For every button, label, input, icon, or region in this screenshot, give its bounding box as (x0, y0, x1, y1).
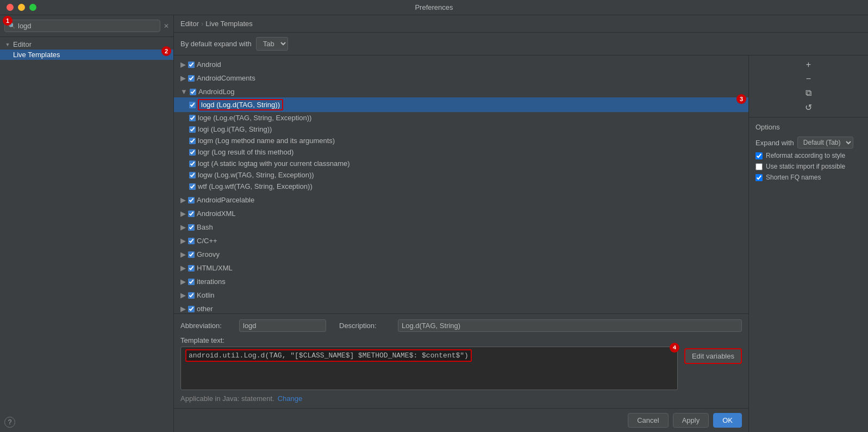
sidebar-item-live-templates[interactable]: Live Templates 2 (0, 50, 173, 60)
reformat-label: Reformat according to style (766, 152, 845, 159)
annotation-badge-2: 2 (161, 46, 171, 56)
abbrev-desc-row: Abbreviation: Description: (180, 319, 742, 332)
group-header-cpp[interactable]: ▶ C/C++ (174, 235, 748, 246)
group-header-kotlin[interactable]: ▶ Kotlin (174, 289, 748, 301)
edit-variables-button[interactable]: Edit variables (684, 348, 742, 364)
checkbox-other[interactable] (188, 306, 195, 312)
group-iterations: ▶ iterations (174, 275, 748, 288)
search-wrapper[interactable]: 🔍 1 (4, 20, 160, 32)
group-androidlog: ▼ AndroidLog logd (Log.d(TAG, String)) 3 (174, 85, 748, 193)
template-label-logd: logd (Log.d(TAG, String)) (198, 99, 283, 110)
checkbox-androidlog[interactable] (190, 89, 196, 95)
ok-button[interactable]: OK (713, 413, 742, 428)
checkbox-cpp[interactable] (188, 238, 195, 244)
expand-with-option-label: Expand with (755, 139, 794, 147)
template-label-wtf: wtf (Log.wtf(TAG, String, Exception)) (198, 182, 313, 190)
group-label-androidlog: AndroidLog (198, 88, 235, 96)
checkbox-logw[interactable] (189, 172, 196, 178)
options-section: Options Expand with Default (Tab) Reform… (749, 118, 868, 187)
checkbox-kotlin[interactable] (188, 292, 195, 299)
group-header-android[interactable]: ▶ Android (174, 59, 748, 70)
template-text-area[interactable]: android.util.Log.d(TAG, "[$CLASS_NAME$] … (180, 347, 678, 390)
expand-with-option-dropdown[interactable]: Default (Tab) (797, 137, 853, 149)
arrow-right-icon-9: ▶ (180, 277, 186, 286)
sidebar-item-editor[interactable]: ▼ Editor (0, 39, 173, 50)
group-header-bash[interactable]: ▶ Bash (174, 221, 748, 233)
template-item-wtf[interactable]: wtf (Log.wtf(TAG, String, Exception)) (174, 181, 748, 192)
group-androidcomments: ▶ AndroidComments (174, 71, 748, 85)
template-item-logd[interactable]: logd (Log.d(TAG, String)) 3 (174, 97, 748, 112)
checkbox-iterations[interactable] (188, 279, 195, 285)
content-main: ▶ Android ▶ AndroidComments (174, 55, 868, 432)
reformat-checkbox[interactable] (755, 152, 763, 159)
maximize-button[interactable] (29, 4, 36, 11)
checkbox-androidparcelable[interactable] (188, 197, 195, 203)
shorten-fq-checkbox[interactable] (755, 174, 763, 181)
group-header-androidxml[interactable]: ▶ AndroidXML (174, 208, 748, 219)
template-item-logr[interactable]: logr (Log result of this method) (174, 146, 748, 158)
group-label-kotlin: Kotlin (197, 291, 215, 299)
description-label: Description: (339, 322, 394, 330)
remove-button[interactable]: − (805, 73, 812, 85)
templates-list[interactable]: ▶ Android ▶ AndroidComments (174, 55, 748, 313)
checkbox-androidxml[interactable] (188, 211, 195, 217)
checkbox-android[interactable] (188, 61, 195, 68)
editor-label: Editor (13, 40, 32, 48)
search-clear-icon[interactable]: ✕ (164, 22, 169, 30)
template-item-loge[interactable]: loge (Log.e(TAG, String, Exception)) (174, 112, 748, 124)
add-button[interactable]: + (805, 59, 812, 71)
template-text-value: android.util.Log.d(TAG, "[$CLASS_NAME$] … (185, 349, 472, 362)
template-item-logw[interactable]: logw (Log.w(TAG, String, Exception)) (174, 169, 748, 181)
bottom-bar: ? Cancel Apply OK (174, 408, 748, 432)
close-button[interactable] (7, 4, 14, 11)
checkbox-wtf[interactable] (189, 183, 196, 190)
group-label-androidcomments: AndroidComments (197, 74, 255, 82)
change-link[interactable]: Change (278, 394, 303, 403)
group-label-androidparcelable: AndroidParcelable (197, 196, 254, 204)
expand-with-dropdown[interactable]: Tab (256, 37, 288, 51)
template-label-logw: logw (Log.w(TAG, String, Exception)) (198, 171, 314, 179)
search-input[interactable] (18, 22, 157, 30)
checkbox-loge[interactable] (189, 115, 196, 121)
undo-button[interactable]: ↺ (804, 101, 813, 114)
checkbox-logm[interactable] (189, 138, 196, 144)
checkbox-bash[interactable] (188, 224, 195, 231)
group-other: ▶ other (174, 302, 748, 313)
group-header-androidlog[interactable]: ▼ AndroidLog (174, 86, 748, 97)
group-bash: ▶ Bash (174, 220, 748, 234)
checkbox-androidcomments[interactable] (188, 75, 195, 82)
group-header-androidparcelable[interactable]: ▶ AndroidParcelable (174, 194, 748, 206)
details-panel: Abbreviation: Description: Template text… (174, 313, 748, 408)
options-title: Options (755, 123, 861, 131)
group-label-htmlxml: HTML/XML (197, 264, 233, 272)
description-input[interactable] (398, 319, 742, 332)
arrow-right-icon-11: ▶ (180, 305, 186, 313)
checkbox-logd[interactable] (189, 102, 196, 108)
copy-button[interactable]: ⧉ (804, 87, 813, 99)
apply-button[interactable]: Apply (673, 413, 709, 428)
checkbox-groovy[interactable] (188, 251, 195, 258)
static-import-checkbox[interactable] (755, 163, 763, 170)
action-icons: + − ⧉ ↺ (749, 55, 868, 118)
cancel-button[interactable]: Cancel (628, 413, 668, 428)
minimize-button[interactable] (18, 4, 25, 11)
group-header-androidcomments[interactable]: ▶ AndroidComments (174, 72, 748, 84)
checkbox-logt[interactable] (189, 161, 196, 167)
abbreviation-label: Abbreviation: (180, 322, 235, 330)
group-header-iterations[interactable]: ▶ iterations (174, 276, 748, 287)
template-item-logm[interactable]: logm (Log method name and its arguments) (174, 135, 748, 146)
template-item-logi[interactable]: logi (Log.i(TAG, String)) (174, 124, 748, 135)
checkbox-logi[interactable] (189, 126, 196, 133)
sidebar-tree[interactable]: ▼ Editor Live Templates 2 (0, 37, 173, 432)
group-label-groovy: Groovy (197, 250, 220, 258)
applicable-row: Applicable in Java: statement. Change (180, 394, 742, 403)
arrow-right-icon-5: ▶ (180, 223, 186, 231)
checkbox-htmlxml[interactable] (188, 265, 195, 271)
group-header-htmlxml[interactable]: ▶ HTML/XML (174, 262, 748, 274)
static-import-label: Use static import if possible (766, 163, 845, 170)
group-header-other[interactable]: ▶ other (174, 303, 748, 313)
group-header-groovy[interactable]: ▶ Groovy (174, 249, 748, 260)
checkbox-logr[interactable] (189, 149, 196, 156)
template-item-logt[interactable]: logt (A static logtag with your current … (174, 158, 748, 169)
abbreviation-input[interactable] (239, 319, 326, 332)
